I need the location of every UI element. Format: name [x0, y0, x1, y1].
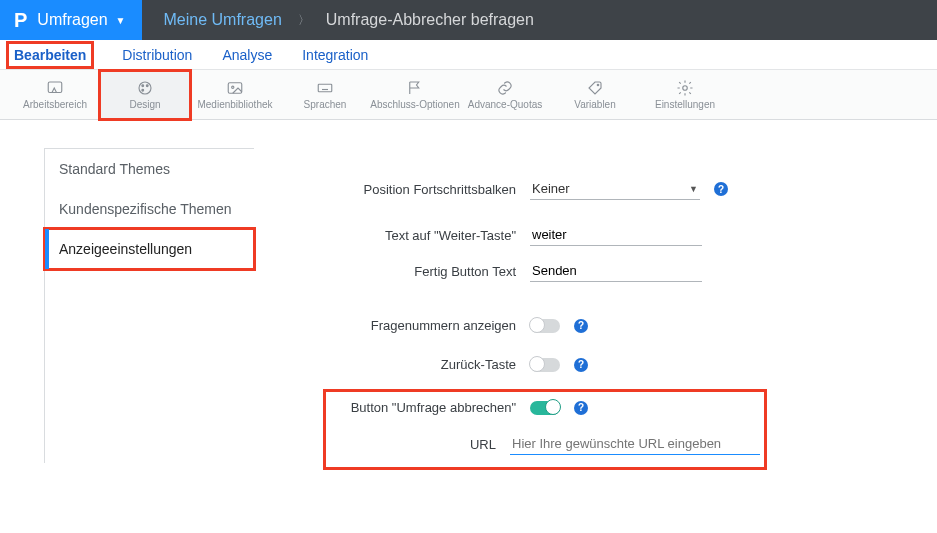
svg-rect-7: [318, 84, 332, 92]
toolbar-label: Sprachen: [304, 99, 347, 110]
toolbar-label: Variablen: [574, 99, 616, 110]
chevron-right-icon: 〉: [298, 12, 310, 29]
row-progress: Position Fortschrittsbalken Keiner ▼ ?: [330, 178, 937, 200]
row-url: URL: [330, 433, 760, 455]
label-url: URL: [330, 437, 510, 452]
toolbar-label: Medienbibliothek: [197, 99, 272, 110]
sidemenu: Standard Themes Kundenspezifische Themen…: [44, 148, 254, 463]
toolbar-label: Design: [129, 99, 160, 110]
toolbar-design[interactable]: Design: [100, 71, 190, 119]
row-show-numbers: Fragenummern anzeigen ?: [330, 318, 937, 333]
toolbar: Arbeitsbereich Design Medienbibliothek S…: [0, 70, 937, 120]
input-next-text[interactable]: [530, 224, 702, 246]
toolbar-einstellungen[interactable]: Einstellungen: [640, 71, 730, 119]
svg-point-8: [597, 84, 599, 86]
main: Standard Themes Kundenspezifische Themen…: [0, 120, 937, 463]
topbar: P Umfragen ▼ Meine Umfragen 〉 Umfrage-Ab…: [0, 0, 937, 40]
subnav-bearbeiten[interactable]: Bearbeiten: [8, 43, 92, 67]
row-done-text: Fertig Button Text: [330, 260, 937, 282]
svg-point-3: [146, 85, 148, 87]
svg-point-4: [142, 89, 144, 91]
toggle-abort[interactable]: [530, 401, 560, 415]
brand-menu[interactable]: P Umfragen ▼: [0, 0, 142, 40]
help-icon[interactable]: ?: [714, 182, 728, 196]
chevron-down-icon: ▼: [116, 15, 126, 26]
toolbar-sprachen[interactable]: Sprachen: [280, 71, 370, 119]
toolbar-abschluss-optionen[interactable]: Abschluss-Optionen: [370, 71, 460, 119]
label-back: Zurück-Taste: [330, 357, 530, 372]
input-url[interactable]: [510, 433, 760, 455]
toolbar-label: Advance-Quotas: [468, 99, 543, 110]
toolbar-label: Abschluss-Optionen: [370, 99, 460, 110]
row-abort: Button "Umfrage abbrechen" ?: [330, 400, 760, 415]
tag-icon: [584, 79, 606, 97]
toolbar-arbeitsbereich[interactable]: Arbeitsbereich: [10, 71, 100, 119]
svg-point-1: [139, 82, 151, 94]
highlight-abort-group: Button "Umfrage abbrechen" ? URL: [330, 396, 760, 463]
toggle-show-numbers[interactable]: [530, 319, 560, 333]
image-icon: [224, 79, 246, 97]
subnav-integration[interactable]: Integration: [302, 41, 368, 69]
input-done-text[interactable]: [530, 260, 702, 282]
select-value: Keiner: [532, 181, 570, 196]
breadcrumb-current: Umfrage-Abbrecher befragen: [326, 11, 534, 29]
toolbar-advance-quotas[interactable]: Advance-Quotas: [460, 71, 550, 119]
toolbar-label: Arbeitsbereich: [23, 99, 87, 110]
keyboard-icon: [314, 79, 336, 97]
logo-icon: P: [14, 9, 27, 32]
link-icon: [494, 79, 516, 97]
svg-point-2: [142, 85, 144, 87]
brand-label: Umfragen: [37, 11, 107, 29]
label-done-text: Fertig Button Text: [330, 264, 530, 279]
sidemenu-item-custom-themes[interactable]: Kundenspezifische Themen: [45, 189, 254, 229]
sidemenu-item-standard-themes[interactable]: Standard Themes: [45, 149, 254, 189]
svg-rect-0: [48, 82, 62, 93]
flag-icon: [404, 79, 426, 97]
select-progress[interactable]: Keiner ▼: [530, 178, 700, 200]
breadcrumb: Meine Umfragen 〉 Umfrage-Abbrecher befra…: [142, 0, 534, 40]
svg-point-9: [683, 86, 688, 91]
subnav: Bearbeiten Distribution Analyse Integrat…: [0, 40, 937, 70]
label-abort: Button "Umfrage abbrechen": [330, 400, 530, 415]
chevron-down-icon: ▼: [689, 184, 698, 194]
row-next-text: Text auf "Weiter-Taste": [330, 224, 937, 246]
help-icon[interactable]: ?: [574, 319, 588, 333]
svg-point-6: [232, 86, 234, 88]
subnav-distribution[interactable]: Distribution: [122, 41, 192, 69]
label-next-text: Text auf "Weiter-Taste": [330, 228, 530, 243]
form-area: Position Fortschrittsbalken Keiner ▼ ? T…: [254, 148, 937, 463]
palette-icon: [134, 79, 156, 97]
toolbar-medienbibliothek[interactable]: Medienbibliothek: [190, 71, 280, 119]
breadcrumb-link[interactable]: Meine Umfragen: [164, 11, 282, 29]
toolbar-label: Einstellungen: [655, 99, 715, 110]
toggle-back[interactable]: [530, 358, 560, 372]
label-progress: Position Fortschrittsbalken: [330, 182, 530, 197]
subnav-analyse[interactable]: Analyse: [222, 41, 272, 69]
label-show-numbers: Fragenummern anzeigen: [330, 318, 530, 333]
help-icon[interactable]: ?: [574, 358, 588, 372]
gear-icon: [674, 79, 696, 97]
row-back: Zurück-Taste ?: [330, 357, 937, 372]
help-icon[interactable]: ?: [574, 401, 588, 415]
pencil-icon: [44, 79, 66, 97]
toolbar-variablen[interactable]: Variablen: [550, 71, 640, 119]
sidemenu-item-display-settings[interactable]: Anzeigeeinstellungen: [45, 229, 254, 269]
